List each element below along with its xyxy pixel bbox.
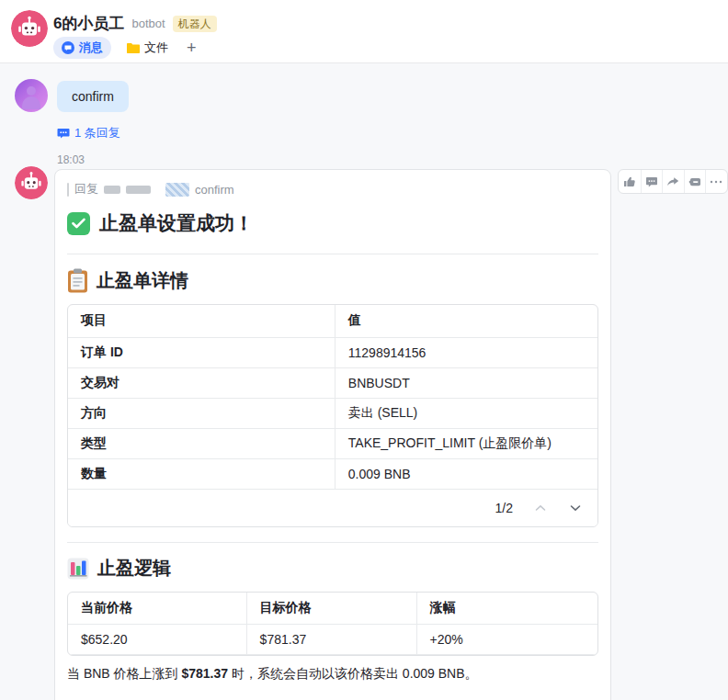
folder-icon — [126, 42, 140, 54]
table-cell: 方向 — [68, 398, 335, 428]
page-up-button[interactable] — [533, 501, 548, 515]
logic-table: 当前价格目标价格涨幅$652.20$781.37+20% — [68, 593, 597, 656]
message-bubble-icon — [62, 41, 74, 54]
more-actions-button[interactable] — [705, 170, 727, 193]
page-indicator: 1/2 — [495, 501, 513, 515]
table-cell: 订单 ID — [68, 337, 335, 367]
quoted-text: confirm — [195, 183, 234, 197]
table-cell: TAKE_PROFIT_LIMIT (止盈限价单) — [335, 428, 597, 458]
column-header: 当前价格 — [68, 593, 246, 625]
bot-badge: 机器人 — [173, 16, 217, 32]
thumbs-up-icon — [623, 175, 636, 188]
tab-bar: 消息 文件 + — [53, 37, 200, 59]
reply-count-label: 1 条回复 — [74, 125, 120, 141]
comment-button[interactable] — [641, 170, 663, 193]
table-cell: 数量 — [68, 458, 335, 489]
column-header: 项目 — [68, 305, 335, 337]
forward-icon — [666, 175, 679, 188]
logic-section-heading: 止盈逻辑 — [97, 556, 171, 581]
table-cell: 交易对 — [68, 367, 335, 398]
redacted-avatar-block — [165, 183, 189, 197]
chat-header: 6的小员工 botbot 机器人 消息 文件 + — [0, 0, 728, 63]
table-cell: BNBUSDT — [335, 367, 597, 398]
tab-messages-label: 消息 — [79, 40, 103, 56]
table-header-row: 当前价格目标价格涨幅 — [68, 593, 597, 625]
table-row: 数量0.009 BNB — [68, 458, 597, 489]
user-message-bubble: confirm — [57, 81, 129, 112]
table-header-row: 项目值 — [68, 305, 597, 337]
divider — [67, 254, 598, 254]
table-cell: $652.20 — [68, 625, 246, 655]
logic-note: 当 BNB 价格上涨到 $781.37 时，系统会自动以该价格卖出 0.009 … — [67, 664, 598, 683]
table-row: 方向卖出 (SELL) — [68, 398, 597, 428]
table-cell: 卖出 (SELL) — [335, 398, 597, 428]
target-price-bold: $781.37 — [181, 666, 228, 681]
topic-button[interactable] — [684, 170, 706, 193]
column-header: 值 — [335, 305, 597, 337]
quote-prefix: 回复 — [74, 181, 98, 198]
divider — [67, 542, 598, 543]
redacted-name-block — [104, 186, 120, 194]
column-header: 目标价格 — [246, 593, 416, 625]
reply-thread-link[interactable]: 1 条回复 — [57, 125, 120, 141]
forward-button[interactable] — [662, 170, 684, 193]
bar-chart-icon — [67, 558, 89, 580]
table-cell: +20% — [416, 625, 597, 655]
bot-avatar[interactable] — [11, 10, 48, 47]
message-timestamp: 18:03 — [57, 153, 85, 166]
more-icon — [710, 180, 722, 184]
logic-table-container: 当前价格目标价格涨幅$652.20$781.37+20% — [67, 592, 598, 657]
topic-icon — [688, 175, 701, 188]
details-table: 项目值订单 ID11298914156交易对BNBUSDT方向卖出 (SELL)… — [68, 305, 597, 490]
chat-title: 6的小员工 — [53, 13, 124, 34]
clipboard-icon — [67, 268, 88, 293]
table-cell: 类型 — [68, 428, 335, 458]
bot-message-card: 回复 confirm 止盈单设置成功！ 止盈单详情 — [54, 169, 611, 700]
tab-files-label: 文件 — [144, 40, 168, 56]
add-tab-button[interactable]: + — [183, 39, 200, 58]
comment-icon — [645, 175, 658, 188]
tab-messages[interactable]: 消息 — [53, 37, 111, 59]
table-row: 类型TAKE_PROFIT_LIMIT (止盈限价单) — [68, 428, 597, 458]
column-header: 涨幅 — [416, 593, 597, 625]
chat-subtitle: botbot — [131, 17, 165, 30]
thumbs-up-button[interactable] — [619, 170, 641, 193]
details-table-container: 项目值订单 ID11298914156交易对BNBUSDT方向卖出 (SELL)… — [67, 304, 598, 527]
message-actions-toolbar — [618, 169, 728, 194]
reply-quote[interactable]: 回复 confirm — [67, 181, 598, 198]
details-section-heading: 止盈单详情 — [97, 268, 188, 293]
table-row: $652.20$781.37+20% — [68, 625, 597, 655]
user-avatar[interactable] — [15, 79, 48, 112]
quote-bar — [67, 183, 69, 197]
table-cell: $781.37 — [246, 625, 416, 655]
table-row: 交易对BNBUSDT — [68, 367, 597, 398]
table-cell: 0.009 BNB — [335, 458, 597, 489]
green-check-icon — [67, 212, 90, 235]
table-row: 订单 ID11298914156 — [68, 337, 597, 367]
reply-bubble-icon — [57, 127, 70, 140]
card-title: 止盈单设置成功！ — [99, 210, 254, 236]
tab-files[interactable]: 文件 — [124, 37, 170, 59]
bot-avatar[interactable] — [15, 166, 48, 199]
table-pagination: 1/2 — [68, 490, 597, 526]
page-down-button[interactable] — [568, 501, 583, 515]
table-cell: 11298914156 — [335, 337, 597, 367]
chat-area: confirm 1 条回复 18:03 回复 confirm — [0, 63, 728, 700]
redacted-name-block — [126, 186, 151, 194]
